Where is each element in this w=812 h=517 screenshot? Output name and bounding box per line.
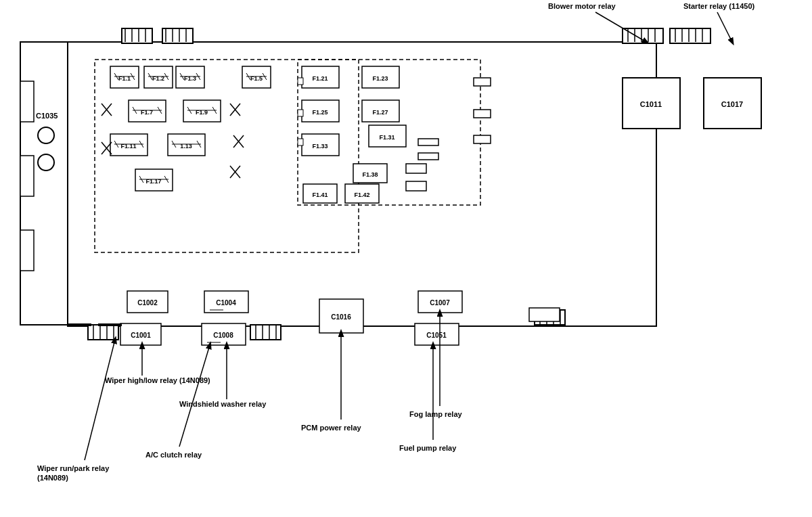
svg-rect-66 (242, 66, 271, 88)
svg-rect-0 (20, 42, 69, 325)
svg-text:F1.3: F1.3 (184, 75, 196, 82)
svg-text:F1.9: F1.9 (196, 109, 208, 116)
svg-rect-87 (362, 100, 399, 122)
svg-rect-142 (529, 308, 560, 321)
svg-text:F1.41: F1.41 (312, 192, 328, 198)
svg-line-79 (158, 107, 162, 114)
svg-rect-89 (110, 134, 148, 156)
svg-rect-126 (127, 291, 168, 313)
svg-text:C1017: C1017 (721, 100, 743, 108)
svg-rect-75 (129, 100, 166, 122)
svg-rect-128 (120, 323, 161, 345)
ac-clutch-label: A/C clutch relay (145, 450, 202, 459)
svg-text:F1.11: F1.11 (120, 143, 136, 150)
svg-text:C1004: C1004 (216, 299, 236, 307)
svg-line-107 (164, 176, 168, 183)
fuse-diagram: { "title": "Fuse Box Diagram", "labels":… (0, 0, 812, 517)
svg-text:F1.2: F1.2 (152, 75, 164, 82)
wiper-high-low-label: Wiper high/low relay (14N089) (105, 376, 210, 385)
svg-rect-122 (345, 184, 379, 203)
svg-text:C1008: C1008 (213, 332, 233, 339)
svg-rect-45 (95, 60, 359, 252)
svg-rect-7 (68, 42, 656, 326)
svg-rect-73 (362, 66, 399, 88)
svg-line-55 (131, 73, 135, 80)
svg-line-108 (102, 142, 112, 154)
svg-text:F1.31: F1.31 (379, 134, 394, 141)
svg-line-83 (187, 107, 191, 114)
svg-line-150 (179, 345, 210, 447)
svg-rect-71 (302, 66, 339, 88)
svg-line-144 (717, 12, 732, 42)
svg-point-4 (38, 127, 54, 143)
svg-rect-49 (704, 78, 761, 129)
svg-rect-120 (303, 184, 337, 203)
svg-rect-56 (144, 66, 173, 88)
svg-rect-2 (20, 156, 34, 196)
svg-text:F1.27: F1.27 (372, 109, 388, 116)
svg-rect-130 (204, 291, 248, 313)
svg-line-149 (85, 340, 115, 460)
svg-line-111 (230, 166, 240, 178)
svg-text:C1035: C1035 (36, 112, 58, 120)
svg-point-5 (38, 154, 54, 171)
svg-text:1.13: 1.13 (180, 143, 192, 150)
svg-line-117 (233, 135, 244, 148)
svg-line-92 (114, 141, 118, 148)
svg-text:F1.5: F1.5 (250, 75, 263, 82)
pcm-power-label: PCM power relay (301, 423, 361, 432)
svg-rect-3 (20, 230, 34, 271)
svg-text:F1.1: F1.1 (118, 75, 131, 82)
svg-line-60 (164, 73, 168, 80)
svg-line-112 (102, 104, 112, 116)
svg-text:F1.7: F1.7 (141, 109, 153, 116)
starter-relay-label: Starter relay (11450) (683, 1, 754, 11)
svg-text:F1.25: F1.25 (312, 109, 328, 116)
svg-rect-1 (20, 81, 34, 122)
svg-rect-51 (110, 66, 139, 88)
svg-rect-46 (298, 60, 480, 205)
svg-line-65 (196, 73, 200, 80)
svg-rect-155 (418, 139, 438, 145)
svg-text:C1051: C1051 (426, 332, 447, 339)
svg-rect-30 (88, 325, 118, 340)
svg-line-115 (230, 104, 240, 116)
svg-text:F1.23: F1.23 (372, 75, 388, 82)
svg-rect-103 (135, 169, 173, 191)
wiper-run-park-label: Wiper run/park relay(14N089) (37, 464, 109, 483)
svg-rect-11 (670, 28, 710, 43)
svg-text:C1007: C1007 (430, 299, 450, 307)
svg-rect-160 (298, 78, 303, 85)
svg-rect-94 (168, 134, 205, 156)
svg-text:F1.38: F1.38 (362, 171, 378, 178)
svg-rect-124 (406, 164, 426, 173)
svg-rect-47 (623, 78, 680, 129)
svg-rect-133 (202, 323, 246, 345)
svg-rect-80 (183, 100, 221, 122)
svg-rect-158 (474, 110, 491, 118)
svg-rect-61 (176, 66, 204, 88)
svg-rect-153 (68, 323, 91, 326)
svg-line-78 (133, 107, 137, 114)
svg-text:C1016: C1016 (331, 313, 351, 321)
svg-text:C1002: C1002 (137, 299, 158, 307)
svg-rect-140 (415, 323, 459, 345)
svg-rect-162 (298, 139, 303, 145)
svg-rect-138 (418, 291, 462, 313)
svg-rect-85 (302, 100, 339, 122)
svg-line-98 (197, 141, 201, 148)
svg-text:C1011: C1011 (640, 100, 662, 108)
svg-line-106 (139, 176, 143, 183)
windshield-washer-label: Windshield washer relay (179, 399, 266, 409)
svg-rect-99 (369, 125, 406, 147)
svg-rect-35 (250, 325, 281, 340)
svg-line-143 (595, 12, 646, 42)
svg-line-113 (102, 104, 112, 116)
svg-rect-10 (623, 28, 663, 43)
svg-rect-154 (98, 323, 122, 326)
svg-line-110 (230, 166, 240, 178)
svg-line-69 (246, 73, 250, 80)
fuel-pump-label: Fuel pump relay (399, 443, 456, 453)
svg-text:C1001: C1001 (131, 332, 151, 339)
svg-rect-156 (418, 153, 438, 160)
